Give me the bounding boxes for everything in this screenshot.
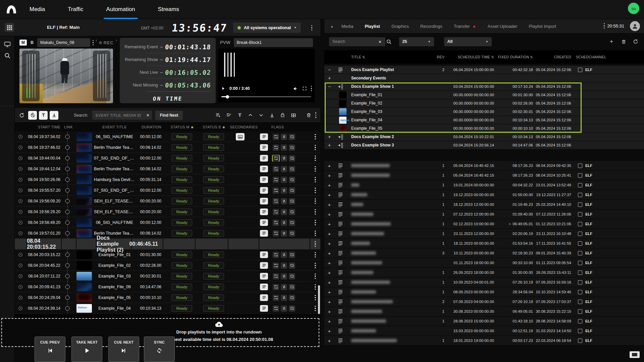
no-graphics-flag-icon[interactable]: [289, 284, 295, 290]
playlist-tree-row[interactable]: − Docs Example Show 1 03.04.2024 15:00:0…: [324, 82, 644, 91]
channel-checkbox[interactable]: [578, 300, 582, 304]
append-playlist-button[interactable]: [214, 111, 223, 120]
timer-off-toggle[interactable]: [28, 111, 37, 120]
filter-select[interactable]: All▼: [444, 37, 492, 46]
loop-flag-icon[interactable]: [273, 230, 279, 237]
rundown-row[interactable]: 08.04 19:56:09.20 SEH_ELF_TEASER_20 Pl..…: [15, 196, 320, 206]
notes-flag-icon[interactable]: [260, 284, 268, 290]
channel-checkbox[interactable]: [578, 309, 582, 314]
delete-playlist-button[interactable]: [620, 38, 627, 45]
transition-flag-icon[interactable]: [281, 134, 287, 140]
link-cell[interactable]: [60, 249, 74, 260]
fullscreen-icon[interactable]: [302, 86, 307, 91]
no-graphics-flag-icon[interactable]: [289, 209, 295, 215]
notes-flag-icon[interactable]: [260, 155, 268, 162]
loop-flag-icon[interactable]: [273, 134, 279, 140]
row-menu-button[interactable]: [315, 198, 316, 204]
notes-flag-icon[interactable]: [260, 273, 268, 280]
notes-flag-icon[interactable]: [260, 198, 268, 204]
expand-toggle[interactable]: +: [324, 173, 334, 178]
playlist-tree-row[interactable]: Example_File_02 00.00.0000 00:00:00.00 0…: [324, 99, 644, 108]
preview-menu-button[interactable]: [311, 86, 312, 91]
row-menu-button[interactable]: [315, 209, 316, 215]
playlist-list-row[interactable]: + 1 18.11.2023 00:00:00.00 01:53:54.16 1…: [324, 239, 644, 248]
channel-checkbox[interactable]: [578, 339, 582, 343]
loop-flag-icon[interactable]: [273, 166, 279, 172]
transition-flag-icon[interactable]: [281, 230, 287, 237]
playlist-list-row[interactable]: + 1 07.12.2023 12:00:00.00 01:09:40.00 0…: [324, 209, 644, 219]
main-badge[interactable]: M: [19, 40, 27, 46]
expand-toggle[interactable]: +: [324, 328, 334, 334]
monitor-icon[interactable]: [4, 41, 11, 48]
no-graphics-flag-icon[interactable]: [289, 155, 295, 162]
no-graphics-flag-icon[interactable]: [289, 230, 295, 237]
expand-toggle[interactable]: +: [324, 192, 334, 198]
playlist-search-input[interactable]: [329, 37, 385, 46]
link-cell[interactable]: [60, 282, 74, 292]
play-icon[interactable]: [221, 86, 225, 91]
take-next-button[interactable]: TAKE NEXT: [71, 337, 102, 362]
loop-flag-icon[interactable]: [273, 144, 279, 151]
rundown-group-row[interactable]: 08.04 20:03:15.22 Docs Example Playlist …: [15, 239, 320, 249]
playlist-tree-row[interactable]: + Docs Example Show 2 03.04.2024 15:10:2…: [324, 133, 644, 141]
row-menu-button[interactable]: [315, 284, 316, 290]
rundown-row[interactable]: 08.04 19:44:00.04 07_SIG_END_OF_3RD 00:0…: [15, 153, 320, 164]
row-menu-button[interactable]: [315, 231, 316, 236]
channel-checkbox[interactable]: [578, 241, 582, 246]
clear-search-icon[interactable]: ×: [379, 39, 381, 44]
expand-toggle[interactable]: +: [324, 212, 334, 217]
col-fixed[interactable]: FIXED: [494, 55, 509, 59]
channel-checkbox[interactable]: [578, 202, 582, 207]
search-icon[interactable]: [386, 39, 392, 45]
channel-checkbox[interactable]: [578, 173, 582, 178]
playlist-tree-row[interactable]: Example_File_05 00.00.0000 00:00:00.00 0…: [324, 124, 644, 133]
playlist-list-row[interactable]: + 1 10.09.2023 04:00:01.00 07:26:10.19 0…: [324, 278, 644, 287]
scroll-to-top-toggle[interactable]: [39, 111, 48, 120]
cue-next-button[interactable]: CUE NEXT: [108, 337, 139, 362]
playlist-list-row[interactable]: + 15.03.2023 00:00:00.00 00:12:51.19 31.…: [324, 326, 644, 336]
tab-playlist-import[interactable]: Playlist Import ▲: [529, 24, 556, 29]
row-menu-button[interactable]: [315, 274, 316, 279]
transition-flag-icon[interactable]: [281, 220, 287, 226]
rundown-row[interactable]: 08.04 19:56:49.20 06_SIG_HALFTIME 00:00:…: [15, 217, 320, 228]
rundown-row[interactable]: 08.04 19:37:46.02 Berlin Thunder Team On…: [15, 142, 320, 153]
notes-flag-icon[interactable]: [260, 294, 268, 301]
col-flags[interactable]: FLAGS: [260, 125, 310, 129]
no-graphics-flag-icon[interactable]: [289, 262, 295, 269]
transition-flag-icon[interactable]: [281, 295, 287, 301]
playlist-list-row[interactable]: + 3 10.11.2023 00:00:00.00 02:18:30.23 0…: [324, 248, 644, 258]
notes-flag-icon[interactable]: [260, 166, 268, 172]
col-duration[interactable]: DURATION⇅: [509, 55, 533, 59]
no-graphics-flag-icon[interactable]: [289, 273, 295, 280]
system-status-dropdown[interactable]: All systems operational ▼: [233, 22, 301, 33]
row-menu-button[interactable]: [315, 220, 316, 225]
rundown-row[interactable]: 08.04 19:55:57.20 07_SIG_END_OF_3RD1 00:…: [15, 185, 320, 196]
link-cell[interactable]: [60, 164, 74, 174]
expand-toggle[interactable]: +: [324, 289, 334, 295]
no-graphics-flag-icon[interactable]: [289, 252, 295, 258]
no-graphics-flag-icon[interactable]: [289, 134, 295, 140]
col-status-b[interactable]: STATUS B: [198, 125, 230, 129]
playlist-list-row[interactable]: + 2 07.09.2023 04:00:00.00 07:26:10.19 0…: [324, 297, 644, 307]
transition-flag-icon[interactable]: [281, 177, 287, 183]
transition-flag-icon[interactable]: [281, 187, 287, 194]
col-rev[interactable]: REV: [424, 55, 444, 59]
link-cell[interactable]: [60, 206, 74, 217]
expand-toggle[interactable]: +: [324, 270, 334, 276]
tab-asset-uploader[interactable]: Asset Uploader ▲: [488, 24, 518, 29]
no-graphics-flag-icon[interactable]: [289, 198, 295, 204]
header-menu-button[interactable]: [311, 25, 312, 31]
link-cell[interactable]: [60, 142, 74, 153]
panel-toggle-button[interactable]: [630, 351, 640, 358]
playlist-list-row[interactable]: + 1 28.08.2023 15:00:00.00 01:43:18.10 2…: [324, 316, 644, 326]
row-menu-button[interactable]: [315, 134, 316, 139]
search-icon[interactable]: [4, 52, 11, 59]
volume-icon[interactable]: [293, 86, 298, 91]
link-cell[interactable]: [60, 292, 74, 303]
playlist-tree-row[interactable]: Example_File_04 00.00.0000 00:00:00.00 0…: [324, 116, 644, 124]
loop-flag-icon[interactable]: [273, 187, 279, 194]
preview-progress-bar[interactable]: [221, 96, 311, 97]
channel-checkbox[interactable]: [578, 290, 582, 294]
notes-flag-icon[interactable]: [260, 144, 268, 151]
rundown-row[interactable]: 08.04 20:04:45.22 Example_File_02 00:02:…: [15, 260, 320, 271]
